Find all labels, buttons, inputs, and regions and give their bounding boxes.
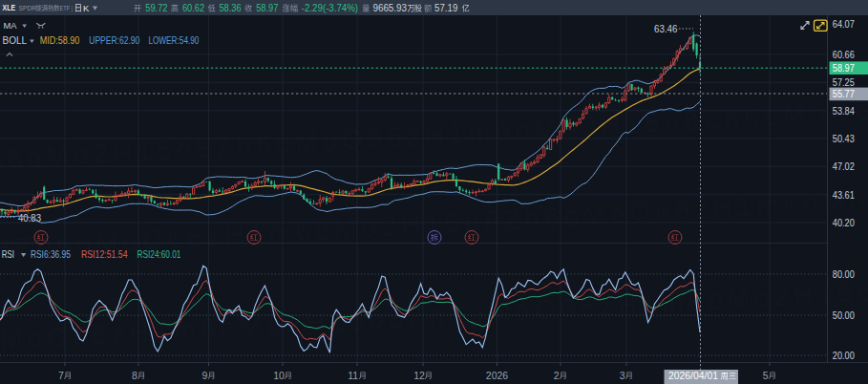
svg-text:RSI24:60.01: RSI24:60.01	[138, 248, 181, 260]
svg-text:80.00: 80.00	[833, 268, 855, 280]
svg-text:9: 9	[202, 370, 208, 381]
svg-text:55.77: 55.77	[833, 88, 855, 99]
svg-text:58.36: 58.36	[219, 2, 241, 13]
svg-text:3: 3	[620, 370, 625, 381]
svg-text:BOLL: BOLL	[3, 35, 28, 46]
svg-text:XLE: XLE	[3, 4, 16, 12]
svg-text:8: 8	[132, 370, 138, 381]
svg-text:MA: MA	[4, 21, 17, 31]
svg-text:11: 11	[348, 370, 358, 381]
svg-text:64.07: 64.07	[833, 18, 855, 30]
svg-text:2026: 2026	[486, 370, 509, 381]
svg-text:58.97: 58.97	[833, 62, 855, 74]
svg-text:RSI6:36.95: RSI6:36.95	[31, 248, 71, 260]
svg-text:59.72: 59.72	[145, 2, 167, 13]
svg-text:RSI12:51.54: RSI12:51.54	[81, 248, 128, 260]
svg-text:LOWER:54.90: LOWER:54.90	[148, 35, 199, 46]
svg-text:|: |	[72, 4, 74, 12]
svg-text:10: 10	[273, 370, 285, 381]
svg-text:47.02: 47.02	[833, 160, 855, 172]
svg-text:58.97: 58.97	[256, 2, 278, 13]
svg-text:50.00: 50.00	[833, 309, 855, 321]
svg-text:K: K	[83, 3, 90, 13]
svg-text:53.84: 53.84	[833, 105, 855, 117]
svg-text:57.19: 57.19	[434, 2, 457, 13]
svg-text:2026/04/01: 2026/04/01	[668, 370, 718, 381]
svg-text:7: 7	[58, 370, 64, 381]
svg-text:RSI: RSI	[2, 248, 14, 260]
svg-text:UPPER:62.90: UPPER:62.90	[89, 35, 139, 46]
svg-text:60.62: 60.62	[182, 2, 204, 13]
svg-text:43.61: 43.61	[833, 189, 855, 201]
svg-text:57.25: 57.25	[833, 76, 855, 88]
svg-text:SPDR: SPDR	[19, 4, 36, 12]
svg-text:60.66: 60.66	[833, 49, 855, 60]
svg-text:40.20: 40.20	[833, 217, 855, 228]
svg-text:5: 5	[763, 370, 769, 381]
svg-text:20.00: 20.00	[833, 350, 855, 361]
svg-text:ETF: ETF	[59, 4, 70, 12]
svg-text:MID:58.90: MID:58.90	[40, 35, 80, 46]
svg-text:2: 2	[554, 370, 560, 381]
svg-text:63.46: 63.46	[654, 23, 678, 34]
svg-text:-2.29(-3.74%): -2.29(-3.74%)	[302, 2, 358, 13]
svg-text:9665.93: 9665.93	[372, 2, 407, 13]
svg-text:12: 12	[413, 370, 425, 381]
svg-text:50.43: 50.43	[833, 133, 855, 144]
